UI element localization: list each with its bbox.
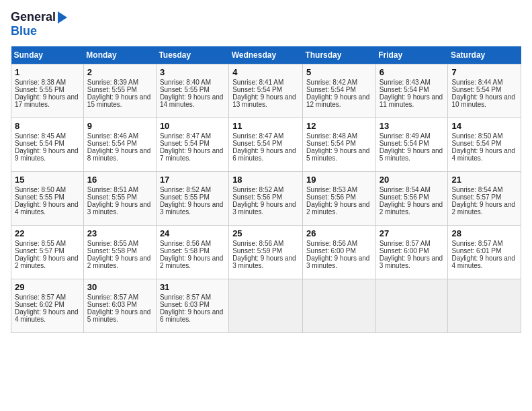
daylight-label: Daylight: 9 hours and 12 minutes. (306, 93, 370, 108)
day-number: 14 (451, 121, 517, 131)
sunset-label: Sunset: 5:56 PM (232, 193, 282, 201)
daylight-label: Daylight: 9 hours and 2 minutes. (87, 255, 151, 269)
daylight-label: Daylight: 9 hours and 3 minutes. (380, 255, 443, 269)
column-header-friday: Friday (375, 46, 448, 64)
sunrise-label: Sunrise: 8:56 AM (232, 240, 283, 247)
calendar-cell: 12 Sunrise: 8:48 AM Sunset: 5:54 PM Dayl… (302, 118, 375, 171)
day-number: 6 (380, 67, 445, 77)
column-header-saturday: Saturday (448, 46, 521, 64)
calendar-cell: 14 Sunrise: 8:50 AM Sunset: 5:54 PM Dayl… (448, 118, 521, 171)
day-number: 5 (306, 67, 372, 77)
calendar-cell (302, 279, 375, 332)
sunset-label: Sunset: 5:56 PM (380, 193, 429, 201)
day-number: 4 (232, 67, 299, 77)
calendar-row-1: 8 Sunrise: 8:45 AM Sunset: 5:54 PM Dayli… (11, 118, 521, 171)
daylight-label: Daylight: 9 hours and 5 minutes. (87, 308, 151, 323)
daylight-label: Daylight: 9 hours and 14 minutes. (160, 93, 224, 108)
daylight-label: Daylight: 9 hours and 3 minutes. (232, 255, 296, 269)
logo-blue: Blue (11, 24, 67, 38)
sunset-label: Sunset: 6:03 PM (87, 301, 137, 308)
calendar-cell: 20 Sunrise: 8:54 AM Sunset: 5:56 PM Dayl… (375, 171, 448, 225)
daylight-label: Daylight: 9 hours and 9 minutes. (15, 147, 79, 162)
sunset-label: Sunset: 6:01 PM (451, 247, 501, 255)
calendar-cell: 5 Sunrise: 8:42 AM Sunset: 5:54 PM Dayli… (302, 64, 375, 118)
sunrise-label: Sunrise: 8:40 AM (160, 79, 211, 86)
daylight-label: Daylight: 9 hours and 2 minutes. (380, 201, 443, 216)
day-number: 3 (160, 67, 225, 77)
calendar-cell: 7 Sunrise: 8:44 AM Sunset: 5:54 PM Dayli… (448, 64, 521, 118)
sunrise-label: Sunrise: 8:51 AM (87, 186, 138, 193)
sunrise-label: Sunrise: 8:57 AM (87, 293, 138, 301)
sunset-label: Sunset: 6:00 PM (306, 247, 356, 255)
day-number: 31 (160, 282, 225, 292)
day-number: 12 (306, 121, 372, 131)
calendar-cell: 31 Sunrise: 8:57 AM Sunset: 6:03 PM Dayl… (156, 279, 228, 332)
calendar-cell (448, 279, 521, 332)
calendar-cell: 9 Sunrise: 8:46 AM Sunset: 5:54 PM Dayli… (83, 118, 156, 171)
sunrise-label: Sunrise: 8:54 AM (380, 186, 431, 193)
daylight-label: Daylight: 9 hours and 6 minutes. (160, 308, 224, 323)
sunrise-label: Sunrise: 8:46 AM (87, 132, 138, 140)
day-number: 9 (87, 121, 152, 131)
sunset-label: Sunset: 5:55 PM (160, 86, 210, 93)
calendar-header-row: SundayMondayTuesdayWednesdayThursdayFrid… (11, 46, 521, 64)
daylight-label: Daylight: 9 hours and 3 minutes. (306, 255, 370, 269)
calendar-cell: 27 Sunrise: 8:57 AM Sunset: 6:00 PM Dayl… (375, 225, 448, 279)
sunset-label: Sunset: 5:55 PM (87, 193, 137, 201)
daylight-label: Daylight: 9 hours and 4 minutes. (451, 255, 515, 269)
sunrise-label: Sunrise: 8:43 AM (380, 79, 431, 86)
day-number: 23 (87, 228, 152, 238)
calendar-row-0: 1 Sunrise: 8:38 AM Sunset: 5:55 PM Dayli… (11, 64, 521, 118)
calendar-cell (229, 279, 303, 332)
daylight-label: Daylight: 9 hours and 5 minutes. (306, 147, 370, 162)
day-number: 13 (380, 121, 445, 131)
calendar-cell: 18 Sunrise: 8:52 AM Sunset: 5:56 PM Dayl… (229, 171, 303, 225)
sunrise-label: Sunrise: 8:39 AM (87, 79, 138, 86)
sunrise-label: Sunrise: 8:50 AM (15, 186, 66, 193)
sunrise-label: Sunrise: 8:49 AM (380, 132, 431, 140)
calendar-cell: 6 Sunrise: 8:43 AM Sunset: 5:54 PM Dayli… (375, 64, 448, 118)
day-number: 21 (451, 175, 517, 185)
calendar-cell: 13 Sunrise: 8:49 AM Sunset: 5:54 PM Dayl… (375, 118, 448, 171)
sunset-label: Sunset: 5:54 PM (87, 140, 137, 147)
sunrise-label: Sunrise: 8:47 AM (160, 132, 211, 140)
column-header-sunday: Sunday (11, 46, 84, 64)
sunset-label: Sunset: 5:54 PM (306, 86, 356, 93)
day-number: 11 (232, 121, 299, 131)
calendar-cell: 2 Sunrise: 8:39 AM Sunset: 5:55 PM Dayli… (83, 64, 156, 118)
sunset-label: Sunset: 5:54 PM (380, 86, 429, 93)
calendar-cell: 1 Sunrise: 8:38 AM Sunset: 5:55 PM Dayli… (11, 64, 84, 118)
day-number: 20 (380, 175, 445, 185)
sunset-label: Sunset: 5:55 PM (15, 86, 64, 93)
calendar-cell: 25 Sunrise: 8:56 AM Sunset: 5:59 PM Dayl… (229, 225, 303, 279)
day-number: 16 (87, 175, 152, 185)
day-number: 24 (160, 228, 225, 238)
sunrise-label: Sunrise: 8:38 AM (15, 79, 66, 86)
calendar-cell: 26 Sunrise: 8:56 AM Sunset: 6:00 PM Dayl… (302, 225, 375, 279)
day-number: 27 (380, 228, 445, 238)
sunset-label: Sunset: 5:55 PM (87, 86, 137, 93)
daylight-label: Daylight: 9 hours and 2 minutes. (451, 201, 515, 216)
sunset-label: Sunset: 5:54 PM (306, 140, 356, 147)
calendar-cell: 30 Sunrise: 8:57 AM Sunset: 6:03 PM Dayl… (83, 279, 156, 332)
sunrise-label: Sunrise: 8:55 AM (87, 240, 138, 247)
day-number: 17 (160, 175, 225, 185)
day-number: 25 (232, 228, 299, 238)
day-number: 2 (87, 67, 152, 77)
daylight-label: Daylight: 9 hours and 3 minutes. (160, 201, 224, 216)
calendar-cell: 19 Sunrise: 8:53 AM Sunset: 5:56 PM Dayl… (302, 171, 375, 225)
daylight-label: Daylight: 9 hours and 8 minutes. (87, 147, 151, 162)
sunrise-label: Sunrise: 8:48 AM (306, 132, 357, 140)
sunset-label: Sunset: 5:54 PM (160, 140, 210, 147)
sunrise-label: Sunrise: 8:41 AM (232, 79, 283, 86)
sunrise-label: Sunrise: 8:57 AM (160, 293, 211, 301)
sunset-label: Sunset: 5:57 PM (15, 247, 64, 255)
daylight-label: Daylight: 9 hours and 3 minutes. (232, 201, 296, 216)
column-header-thursday: Thursday (302, 46, 375, 64)
logo-text: General (11, 11, 67, 24)
daylight-label: Daylight: 9 hours and 7 minutes. (160, 147, 224, 162)
calendar-row-2: 15 Sunrise: 8:50 AM Sunset: 5:55 PM Dayl… (11, 171, 521, 225)
sunrise-label: Sunrise: 8:56 AM (160, 240, 211, 247)
sunset-label: Sunset: 5:59 PM (232, 247, 282, 255)
day-number: 8 (15, 121, 80, 131)
